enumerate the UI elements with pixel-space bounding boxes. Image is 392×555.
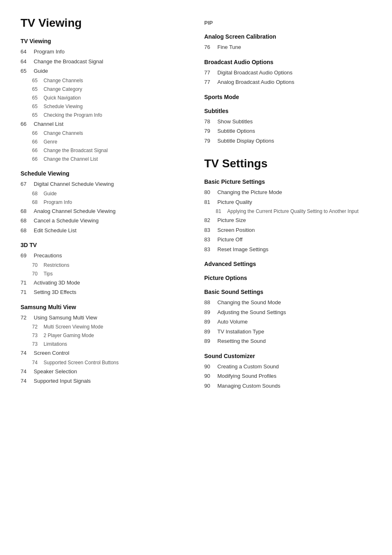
list-item: 66 Change Channels [21,130,188,137]
basic-picture-entries: 80 Changing the Picture Mode 81 Picture … [204,188,371,253]
list-item: 70 Tips [21,270,188,278]
section4-title: Samsung Multi View [21,304,188,310]
list-item: 67 Digital Channel Schedule Viewing [21,180,188,188]
list-item: 69 Precautions [21,252,188,260]
list-item: 81 Applying the Current Picture Quality … [204,208,371,215]
list-item: 79 Subtitle Options [204,127,371,135]
section3-entries: 69 Precautions 70 Restrictions 70 Tips 7… [21,252,188,296]
list-item: 78 Show Subtitles [204,118,371,126]
section1-entries: 64 Program Info 64 Change the Broadcast … [21,48,188,163]
list-item: 90 Creating a Custom Sound [204,363,371,371]
list-item: 66 Change the Channel List [21,155,188,163]
list-item: 65 Schedule Viewing [21,103,188,110]
list-item: 66 Channel List [21,120,188,128]
list-item: 79 Subtitle Display Options [204,137,371,145]
list-item: 65 Change Category [21,86,188,93]
list-item: 71 Setting 3D Effects [21,288,188,296]
right-column: PIP Analog Screen Calibration 76 Fine Tu… [204,16,371,391]
picture-options-title: Picture Options [204,275,371,281]
list-item: 74 Speaker Selection [21,368,188,376]
broadcast-title: Broadcast Audio Options [204,59,371,65]
list-item: 64 Program Info [21,48,188,56]
list-item: 66 Genre [21,138,188,146]
list-item: 80 Changing the Picture Mode [204,188,371,197]
subtitles-title: Subtitles [204,108,371,114]
sports-title: Sports Mode [204,94,371,100]
sound-customizer-entries: 90 Creating a Custom Sound 90 Modifying … [204,363,371,390]
section1-title: TV Viewing [21,38,188,44]
list-item: 83 Screen Position [204,226,371,234]
section3-title: 3D TV [21,242,188,248]
list-item: 65 Guide [21,67,188,75]
list-item: 73 2 Player Gaming Mode [21,332,188,339]
section2-title: Schedule Viewing [21,170,188,177]
list-item: 65 Quick Navigation [21,94,188,102]
list-item: 82 Picture Size [204,216,371,224]
pip-label: PIP [204,20,371,26]
list-item: 68 Edit Schedule List [21,227,188,235]
sound-customizer-title: Sound Customizer [204,353,371,359]
list-item: 71 Activating 3D Mode [21,279,188,287]
list-item: 72 Using Samsung Multi View [21,314,188,322]
list-item: 90 Modifying Sound Profiles [204,372,371,380]
list-item: 77 Analog Broadcast Audio Options [204,78,371,86]
list-item: 83 Picture Off [204,236,371,244]
list-item: 81 Picture Quality [204,198,371,206]
basic-picture-title: Basic Picture Settings [204,178,371,185]
list-item: 72 Multi Screen Viewing Mode [21,323,188,331]
list-item: 66 Change the Broadcast Signal [21,147,188,154]
tv-settings-title: TV Settings [204,157,371,170]
list-item: 68 Cancel a Schedule Viewing [21,217,188,225]
list-item: 64 Change the Broadcast Signal [21,58,188,66]
basic-sound-title: Basic Sound Settings [204,289,371,295]
list-item: 65 Checking the Program Info [21,111,188,119]
list-item: 74 Screen Control [21,349,188,357]
basic-sound-entries: 88 Changing the Sound Mode 89 Adjusting … [204,298,371,345]
list-item: 83 Reset Image Settings [204,245,371,254]
list-item: 68 Analog Channel Schedule Viewing [21,207,188,215]
list-item: 89 Auto Volume [204,318,371,326]
advanced-title: Advanced Settings [204,261,371,267]
list-item: 74 Supported Input Signals [21,377,188,385]
list-item: 70 Restrictions [21,261,188,269]
list-item: 68 Program Info [21,199,188,206]
list-item: 89 TV Installation Type [204,328,371,336]
list-item: 73 Limitations [21,340,188,348]
section2-entries: 67 Digital Channel Schedule Viewing 68 G… [21,180,188,234]
list-item: 88 Changing the Sound Mode [204,298,371,307]
main-title: TV Viewing [21,16,188,30]
analog-title: Analog Screen Calibration [204,33,371,40]
list-item: 68 Guide [21,190,188,197]
list-item: 89 Adjusting the Sound Settings [204,308,371,317]
list-item: 90 Managing Custom Sounds [204,382,371,390]
list-item: 77 Digital Broadcast Audio Options [204,69,371,77]
list-item: 74 Supported Screen Control Buttons [21,359,188,366]
list-item: 89 Resetting the Sound [204,337,371,345]
list-item: 65 Change Channels [21,77,188,84]
list-item: 76 Fine Tune [204,43,371,51]
left-column: TV Viewing TV Viewing 64 Program Info 64… [21,16,188,391]
section4-entries: 72 Using Samsung Multi View 72 Multi Scr… [21,314,188,385]
